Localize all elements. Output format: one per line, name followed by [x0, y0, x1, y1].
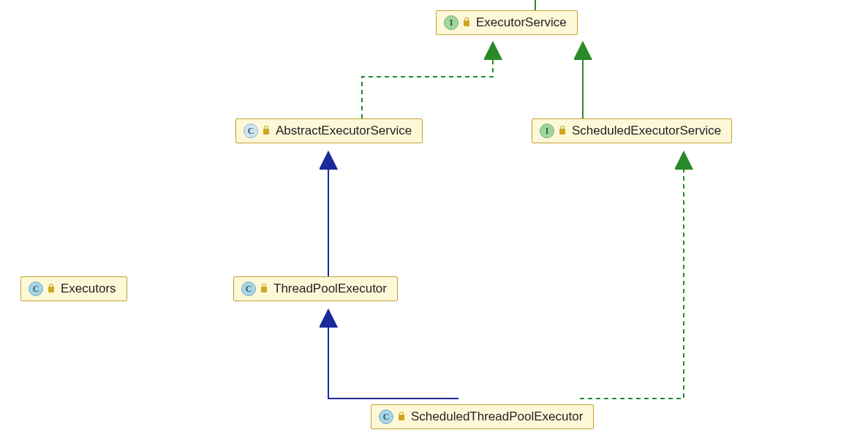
class-icon: C — [379, 409, 393, 424]
connector-scheduledthreadpool-to-scheduledservice — [580, 152, 684, 399]
connector-abstract-to-executorservice — [362, 42, 493, 118]
class-icon: C — [29, 282, 43, 296]
node-label: AbstractExecutorService — [276, 124, 412, 138]
lock-icon — [263, 126, 271, 136]
connector-scheduledthreadpool-to-threadpool — [328, 310, 458, 399]
lock-icon — [398, 412, 407, 422]
lock-icon — [260, 284, 269, 294]
interface-icon: I — [444, 15, 458, 30]
lock-icon — [48, 284, 56, 294]
node-scheduled-executor-service[interactable]: I ScheduledExecutorService — [532, 118, 732, 143]
node-executor-service[interactable]: I ExecutorService — [436, 10, 578, 35]
node-label: ScheduledExecutorService — [572, 124, 721, 138]
node-executors[interactable]: C Executors — [20, 276, 127, 301]
abstract-class-icon: C — [244, 124, 258, 138]
node-scheduled-thread-pool-executor[interactable]: C ScheduledThreadPoolExecutor — [371, 404, 594, 429]
lock-icon — [463, 18, 472, 28]
node-label: ScheduledThreadPoolExecutor — [411, 409, 583, 424]
node-abstract-executor-service[interactable]: C AbstractExecutorService — [235, 118, 423, 143]
node-label: Executors — [61, 282, 116, 296]
node-thread-pool-executor[interactable]: C ThreadPoolExecutor — [233, 276, 398, 301]
connector-layer — [0, 0, 868, 438]
lock-icon — [559, 126, 567, 136]
node-label: ThreadPoolExecutor — [273, 282, 387, 296]
interface-icon: I — [540, 124, 554, 138]
class-icon: C — [241, 282, 256, 296]
node-label: ExecutorService — [476, 15, 567, 30]
